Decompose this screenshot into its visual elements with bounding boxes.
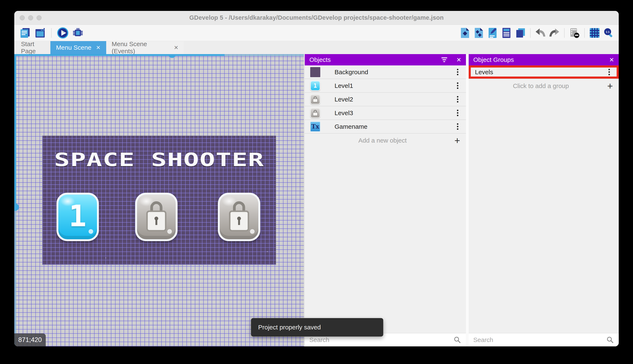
tab-menu-scene-events[interactable]: Menu Scene (Events) ✕ xyxy=(106,41,184,54)
add-object-row[interactable]: Add a new object + xyxy=(305,134,466,147)
gdevelop-window: GDevelop 5 - /Users/dkarakay/Documents/G… xyxy=(14,11,619,346)
object-row-level3[interactable]: Level3 xyxy=(305,106,466,120)
close-icon[interactable]: ✕ xyxy=(457,56,461,63)
add-group-row[interactable]: Click to add a group + xyxy=(469,79,619,93)
tab-label: Menu Scene xyxy=(56,44,91,51)
groups-search-bar xyxy=(469,333,619,346)
toolbar-divider xyxy=(564,28,565,38)
titlebar: GDevelop 5 - /Users/dkarakay/Documents/G… xyxy=(14,11,619,25)
vertical-scrollbar-track-light[interactable] xyxy=(14,207,16,346)
level3-thumbnail xyxy=(310,108,320,118)
object-row-level2[interactable]: Level2 xyxy=(305,93,466,106)
object-row-background[interactable]: Background xyxy=(305,66,466,79)
objects-panel-title: Objects xyxy=(309,56,441,63)
maximize-window-button[interactable] xyxy=(37,15,42,20)
tab-menu-scene[interactable]: Menu Scene ✕ xyxy=(50,41,106,54)
vertical-scrollbar-track[interactable] xyxy=(14,54,16,207)
traffic-lights xyxy=(20,15,42,20)
play-preview-icon[interactable] xyxy=(57,27,68,38)
close-tab-icon[interactable]: ✕ xyxy=(96,44,101,51)
search-icon xyxy=(453,336,461,344)
lock-icon xyxy=(146,201,166,232)
object-groups-panel-title: Object Groups xyxy=(473,56,609,63)
objects-list: Background 1 Level1 Level2 xyxy=(305,66,466,333)
toast-message: Project properly saved xyxy=(258,324,321,331)
object-groups-editor-icon[interactable] xyxy=(473,27,484,38)
window-title: GDevelop 5 - /Users/dkarakay/Documents/G… xyxy=(14,11,619,24)
group-row-levels[interactable]: Levels xyxy=(469,66,619,79)
scene-editor-canvas[interactable]: SPACE SHOOTER 1 xyxy=(14,54,304,346)
toolbar: 1:1 xyxy=(14,25,619,41)
objects-panel: Objects ✕ Background 1 Level1 xyxy=(305,54,466,346)
object-row-gamename[interactable]: Tx Gamename xyxy=(305,120,466,134)
object-menu-icon[interactable] xyxy=(455,69,460,75)
object-groups-panel: Object Groups ✕ Levels Click to add a gr… xyxy=(469,54,619,346)
instances-list-icon[interactable] xyxy=(501,27,512,38)
search-icon xyxy=(606,336,614,344)
lock-icon xyxy=(229,201,249,232)
tab-bar: Start Page Menu Scene ✕ Menu Scene (Even… xyxy=(14,41,619,54)
zoom-1-1-icon[interactable]: 1:1 xyxy=(603,27,614,38)
save-toast: Project properly saved xyxy=(251,318,383,336)
gamename-thumbnail: Tx xyxy=(310,122,320,132)
scene-window-icon[interactable] xyxy=(35,27,46,38)
close-icon[interactable]: ✕ xyxy=(609,56,614,63)
add-group-plus-icon[interactable]: + xyxy=(607,81,613,91)
horizontal-scrollbar-track-light[interactable] xyxy=(225,54,304,56)
object-groups-panel-header: Object Groups ✕ xyxy=(469,54,619,66)
toolbar-right-group: 1:1 xyxy=(459,27,619,38)
layers-icon[interactable] xyxy=(515,27,526,38)
object-menu-icon[interactable] xyxy=(455,110,460,116)
level1-button-instance[interactable]: 1 xyxy=(57,193,99,241)
close-window-button[interactable] xyxy=(20,15,25,20)
horizontal-scrollbar-track[interactable] xyxy=(14,54,225,56)
tab-label: Menu Scene (Events) xyxy=(112,40,169,55)
background-thumbnail xyxy=(310,67,320,77)
undo-icon[interactable] xyxy=(535,27,546,38)
scene-background-instance[interactable]: SPACE SHOOTER 1 xyxy=(42,136,276,264)
level1-digit: 1 xyxy=(69,199,87,233)
properties-icon[interactable] xyxy=(487,27,498,38)
level3-button-instance[interactable] xyxy=(218,193,260,241)
vertical-scrollbar-knob[interactable] xyxy=(14,204,19,211)
filter-icon[interactable] xyxy=(441,58,447,62)
groups-search-input[interactable] xyxy=(473,336,606,344)
debug-icon[interactable] xyxy=(72,27,84,38)
hide-instances-icon[interactable] xyxy=(569,27,580,38)
toolbar-divider xyxy=(530,28,531,38)
scene-title-text[interactable]: SPACE SHOOTER xyxy=(42,149,276,170)
toolbar-divider xyxy=(51,28,52,38)
project-manager-icon[interactable] xyxy=(19,27,31,38)
redo-icon[interactable] xyxy=(549,27,560,38)
object-menu-icon[interactable] xyxy=(455,82,460,89)
objects-search-input[interactable] xyxy=(309,336,453,344)
panel-divider[interactable] xyxy=(466,54,469,346)
level1-thumbnail: 1 xyxy=(310,81,320,91)
group-menu-icon[interactable] xyxy=(606,69,611,75)
tab-start-page[interactable]: Start Page xyxy=(16,41,50,54)
objects-panel-header: Objects ✕ xyxy=(305,54,466,66)
tab-label: Start Page xyxy=(21,40,45,55)
object-menu-icon[interactable] xyxy=(455,96,460,102)
groups-list: Levels Click to add a group + xyxy=(469,66,619,333)
add-object-plus-icon[interactable]: + xyxy=(454,136,460,145)
objects-editor-icon[interactable] xyxy=(459,27,471,38)
object-row-level1[interactable]: 1 Level1 xyxy=(305,79,466,93)
screenshot-root: GDevelop 5 - /Users/dkarakay/Documents/G… xyxy=(0,0,633,364)
object-menu-icon[interactable] xyxy=(455,123,460,130)
grid-icon[interactable] xyxy=(589,27,600,38)
main-content: SPACE SHOOTER 1 xyxy=(14,54,619,346)
level2-thumbnail xyxy=(310,94,320,104)
level2-button-instance[interactable] xyxy=(135,193,178,241)
cursor-coordinates-badge: 871;420 xyxy=(14,334,46,346)
close-tab-icon[interactable]: ✕ xyxy=(174,44,178,51)
toolbar-divider xyxy=(584,28,585,38)
svg-text:1:1: 1:1 xyxy=(606,30,609,34)
minimize-window-button[interactable] xyxy=(28,15,33,20)
toolbar-left-group xyxy=(14,27,84,38)
horizontal-scrollbar-knob[interactable] xyxy=(168,54,176,58)
